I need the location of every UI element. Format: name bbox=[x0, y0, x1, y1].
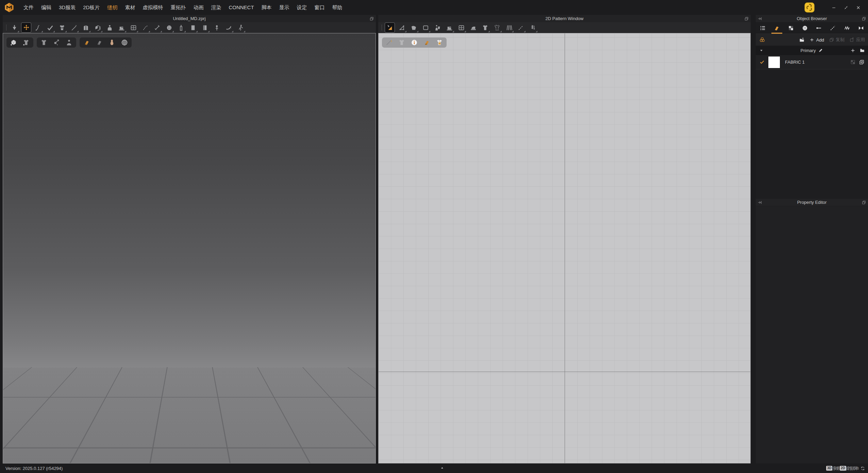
sew-free-tool-button[interactable] bbox=[140, 22, 150, 33]
internal-line-tool-button[interactable] bbox=[516, 22, 526, 33]
add-to-group-icon[interactable] bbox=[850, 48, 856, 53]
pattern-window-tool-button[interactable] bbox=[128, 22, 138, 33]
fit-garment-tool-button[interactable] bbox=[57, 22, 67, 33]
viewport-2d-pattern[interactable] bbox=[378, 33, 751, 463]
float-window-icon[interactable] bbox=[369, 16, 374, 21]
menu-item-缝纫[interactable]: 缝纫 bbox=[103, 0, 121, 15]
float-window-icon[interactable] bbox=[744, 16, 749, 21]
menu-item-虚拟模特[interactable]: 虚拟模特 bbox=[139, 0, 167, 15]
folder-icon[interactable] bbox=[859, 48, 865, 53]
menu-item-文件[interactable]: 文件 bbox=[20, 0, 37, 15]
menu-item-动画[interactable]: 动画 bbox=[189, 0, 207, 15]
menu-item-脚本[interactable]: 脚本 bbox=[258, 0, 276, 15]
viewport-3d[interactable] bbox=[3, 33, 376, 463]
menu-item-2D板片[interactable]: 2D板片 bbox=[79, 0, 103, 15]
fabric-orange-toggle-icon[interactable] bbox=[423, 38, 431, 47]
tab-button[interactable] bbox=[798, 22, 812, 34]
fold-garment-tool-button[interactable] bbox=[81, 22, 91, 33]
toolbar-drag-handle[interactable] bbox=[6, 25, 6, 31]
menu-item-渲染[interactable]: 渲染 bbox=[207, 0, 225, 15]
tab-topstitch[interactable] bbox=[826, 22, 840, 34]
avatar-garment-tool-button[interactable] bbox=[104, 22, 115, 33]
expand-timeline-arrow-icon[interactable] bbox=[439, 465, 445, 471]
collapse-panel-icon[interactable] bbox=[757, 16, 762, 21]
add-folder-button[interactable] bbox=[799, 37, 805, 43]
flatten-a-tool-button[interactable] bbox=[188, 22, 198, 33]
copy-fabric-button[interactable]: 复制 bbox=[829, 37, 845, 43]
restore-button[interactable] bbox=[841, 3, 850, 12]
sewing-machine-tool-button[interactable] bbox=[444, 22, 454, 33]
tab-pin-tab[interactable] bbox=[812, 22, 826, 34]
sewing-machine-tool-button[interactable] bbox=[116, 22, 127, 33]
button-attach-tool-button[interactable] bbox=[164, 22, 174, 33]
globe-toggle-icon[interactable] bbox=[120, 38, 129, 47]
needle-thread-toggle-icon[interactable] bbox=[385, 38, 393, 47]
fabric-swatch[interactable] bbox=[768, 56, 780, 68]
menu-item-3D服装[interactable]: 3D服装 bbox=[55, 0, 79, 15]
fabric-group-header[interactable]: Primary bbox=[756, 46, 868, 55]
simulate-tool-button[interactable] bbox=[9, 22, 19, 33]
flatten-b-tool-button[interactable] bbox=[200, 22, 210, 33]
minimize-button[interactable] bbox=[829, 3, 838, 12]
shirt-dot-toggle-icon[interactable] bbox=[22, 38, 30, 47]
edit-curve-tool-button[interactable] bbox=[408, 22, 419, 33]
pleats-tool-button[interactable] bbox=[504, 22, 514, 33]
fabric-gray-toggle-icon[interactable] bbox=[95, 38, 103, 47]
move-tool-button[interactable] bbox=[21, 22, 31, 33]
needle-tool-button[interactable] bbox=[69, 22, 79, 33]
shirt-3d-tool-button[interactable] bbox=[480, 22, 490, 33]
sew-segment-tool-button[interactable] bbox=[152, 22, 162, 33]
menu-item-显示[interactable]: 显示 bbox=[276, 0, 293, 15]
menu-item-素材[interactable]: 素材 bbox=[121, 0, 139, 15]
float-window-icon[interactable] bbox=[861, 200, 866, 205]
tape-measure-tool-button[interactable] bbox=[223, 22, 234, 33]
tab-fabric[interactable] bbox=[770, 22, 784, 34]
toolbar-drag-handle[interactable] bbox=[382, 25, 382, 31]
tshirt-gray-toggle-icon[interactable] bbox=[398, 38, 406, 47]
rename-pencil-icon[interactable] bbox=[818, 48, 823, 53]
info-toggle-icon[interactable] bbox=[410, 38, 418, 47]
person-toggle-icon[interactable] bbox=[65, 38, 73, 47]
menu-item-重拓扑[interactable]: 重拓扑 bbox=[167, 0, 189, 15]
duplicate-icon[interactable] bbox=[858, 59, 865, 65]
iron-tool-button[interactable] bbox=[468, 22, 478, 33]
caret-down-icon[interactable] bbox=[759, 48, 764, 53]
walk-avatar-tool-button[interactable] bbox=[235, 22, 246, 33]
tshirt-toggle-icon[interactable] bbox=[40, 38, 48, 47]
sync-icon[interactable] bbox=[860, 466, 865, 471]
add-fabric-button[interactable]: Add bbox=[809, 37, 824, 43]
sculpt-check-tool-button[interactable] bbox=[45, 22, 55, 33]
trace-avatar-tool-button[interactable] bbox=[432, 22, 443, 33]
close-button[interactable] bbox=[854, 3, 863, 12]
apply-fabric-button[interactable]: 应用 bbox=[849, 37, 865, 43]
menu-item-帮助[interactable]: 帮助 bbox=[329, 0, 346, 15]
tab-object-list[interactable] bbox=[756, 22, 770, 34]
edit-pattern-tool-button[interactable] bbox=[397, 22, 407, 33]
flip-page-tool-button[interactable] bbox=[93, 22, 103, 33]
select-curve-tool-button[interactable] bbox=[33, 22, 43, 33]
zipper-tool-button[interactable] bbox=[176, 22, 186, 33]
pin-tool-button[interactable] bbox=[212, 22, 222, 33]
sew-dotted-tool-button[interactable] bbox=[492, 22, 502, 33]
tab-print[interactable] bbox=[784, 22, 798, 34]
tab-puckering[interactable] bbox=[840, 22, 854, 34]
float-window-icon[interactable] bbox=[861, 16, 866, 21]
texture-map-icon[interactable] bbox=[850, 59, 856, 65]
collapse-panel-icon[interactable] bbox=[757, 200, 762, 205]
menu-item-CONNECT[interactable]: CONNECT bbox=[225, 0, 257, 15]
cube-toggle-icon[interactable] bbox=[10, 38, 18, 47]
transform-pattern-tool-button[interactable] bbox=[385, 22, 395, 33]
pattern-window-tool-button[interactable] bbox=[456, 22, 466, 33]
fabric-list-item[interactable]: FABRIC 1 bbox=[756, 55, 868, 69]
lock-shirt-toggle-icon[interactable] bbox=[435, 38, 444, 47]
pin-arrow-toggle-icon[interactable] bbox=[52, 38, 61, 47]
select-curve-icon bbox=[35, 24, 42, 31]
menu-item-设定[interactable]: 设定 bbox=[293, 0, 311, 15]
fabric-orange-toggle-icon[interactable] bbox=[83, 38, 91, 47]
tab-motif[interactable] bbox=[854, 22, 868, 34]
elastic-tool-button[interactable] bbox=[528, 22, 538, 33]
mannequin-toggle-icon[interactable] bbox=[108, 38, 116, 47]
menu-item-编辑[interactable]: 编辑 bbox=[37, 0, 55, 15]
add-pattern-tool-button[interactable] bbox=[420, 22, 431, 33]
menu-item-窗口[interactable]: 窗口 bbox=[311, 0, 329, 15]
